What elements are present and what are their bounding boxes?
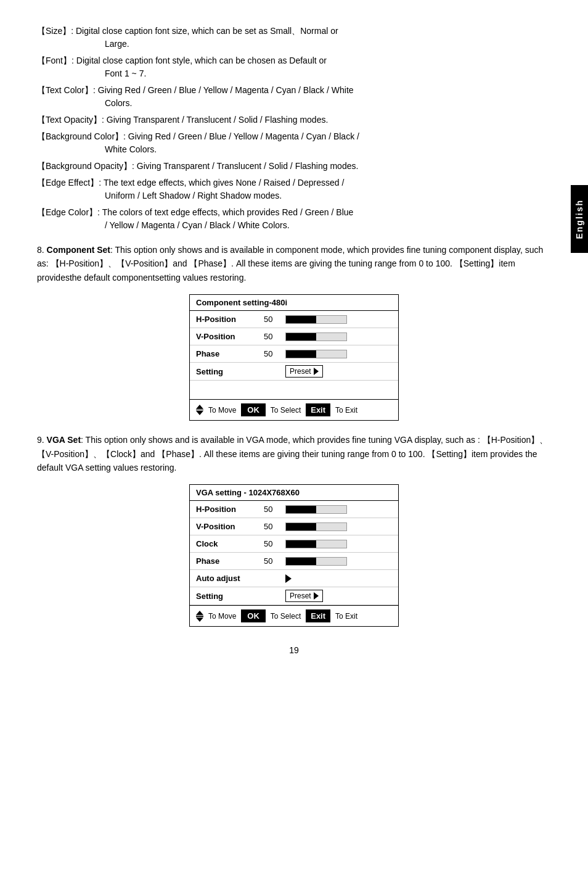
list-item: 【Background Color】: Giving Red / Green /… [37,130,551,156]
nav-label: To Move [208,406,236,415]
progress-bar-bg [285,540,347,548]
exit-desc: To Exit [335,406,357,415]
table-row: Phase 50 [190,553,398,570]
vga-preset-label: Preset [290,592,311,600]
row-bar [285,522,392,531]
progress-bar-fill [286,333,316,341]
section9-text: 9. VGA Set: This option only shows and i… [37,433,551,474]
section8-text: 8. Component Set: This option only shows… [37,243,551,284]
progress-bar-bg [285,350,347,358]
row-bar: Preset [285,590,392,602]
row-value: 50 [264,556,285,566]
sidebar-label: English [574,199,584,239]
section8-number: 8. [37,245,47,255]
table-row: V-Position 50 [190,518,398,535]
progress-bar-bg [285,522,347,531]
row-bar [285,350,392,358]
list-item: 【Background Opacity】: Giving Transparent… [37,160,551,173]
row-label: H-Position [196,315,264,324]
nav-label: To Move [208,612,236,621]
row-label: V-Position [196,522,264,531]
list-item: 【Text Color】: Giving Red / Green / Blue … [37,84,551,110]
row-value: 50 [264,505,285,514]
vga-table-title: VGA setting - 1024X768X60 [190,485,398,501]
row-bar [285,505,392,514]
row-bar [285,315,392,324]
section8-title: Component Set [47,245,110,255]
progress-bar-bg [285,315,347,324]
progress-bar-fill [286,316,316,323]
vga-ok-button[interactable]: OK [241,609,266,622]
component-table-container: Component setting-480i H-Position 50 V-P… [37,294,551,421]
nav-line [196,410,203,411]
table-row: Auto adjust [190,570,398,587]
nav-icon [196,405,203,416]
row-value: 50 [264,332,285,341]
progress-bar-fill [286,506,316,513]
sidebar-tab: English [571,185,588,253]
vga-preset-button[interactable]: Preset [285,590,323,602]
list-item: 【Size】: Digital close caption font size,… [37,25,551,51]
section9-description: : This option only shows and is availabl… [37,435,548,473]
row-value: 50 [264,522,285,531]
list-item: 【Edge Color】: The colors of text edge ef… [37,206,551,232]
list-item: 【Font】: Digital close caption font style… [37,54,551,80]
table-row: Clock 50 [190,535,398,553]
table-row: Phase 50 [190,345,398,363]
component-table-title: Component setting-480i [190,295,398,311]
section9-number: 9. [37,435,47,445]
vga-table-container: VGA setting - 1024X768X60 H-Position 50 … [37,484,551,627]
select-label: To Select [271,406,301,415]
bullet-list: 【Size】: Digital close caption font size,… [37,25,551,232]
row-label: Auto adjust [196,574,264,583]
spacer-row [190,381,398,399]
progress-bar-bg [285,557,347,566]
exit-button[interactable]: Exit [306,403,330,416]
row-bar [285,332,392,341]
progress-bar-fill [286,523,316,530]
row-value: 50 [264,315,285,324]
vga-exit-button[interactable]: Exit [306,609,330,622]
select-label: To Select [271,612,301,621]
table-row: Setting Preset [190,363,398,381]
row-label: Phase [196,349,264,358]
preset-label: Preset [290,367,311,376]
section8-description: : This option only shows and is availabl… [37,245,543,283]
progress-bar-fill [286,350,316,358]
row-label: Setting [196,592,264,601]
nav-line [196,616,203,617]
auto-adjust-arrow-icon [285,574,292,583]
row-bar: Preset [285,365,392,378]
table-row: V-Position 50 [190,328,398,345]
progress-bar-bg [285,332,347,341]
vga-table: VGA setting - 1024X768X60 H-Position 50 … [189,484,399,627]
section9-title: VGA Set [47,435,81,445]
progress-bar-fill [286,540,316,548]
ok-button[interactable]: OK [241,403,266,416]
preset-arrow-icon [314,368,319,375]
component-table-toolbar: To Move OK To Select Exit To Exit [190,399,398,420]
exit-desc: To Exit [335,612,357,621]
list-item: 【Edge Effect】: The text edge effects, wh… [37,176,551,202]
table-row: H-Position 50 [190,311,398,328]
table-row: Setting Preset [190,587,398,605]
row-label: Phase [196,556,264,566]
component-table: Component setting-480i H-Position 50 V-P… [189,294,399,421]
row-label: Setting [196,367,264,376]
row-value: 50 [264,349,285,358]
progress-bar-fill [286,558,316,565]
row-bar [285,557,392,566]
nav-up-icon [196,611,203,615]
nav-down-icon [196,411,203,415]
vga-preset-arrow-icon [314,592,319,600]
page-number: 19 [37,645,551,655]
row-value: 50 [264,539,285,548]
nav-icon [196,611,203,622]
progress-bar-bg [285,505,347,514]
preset-button[interactable]: Preset [285,365,323,378]
table-row: H-Position 50 [190,501,398,518]
nav-up-icon [196,405,203,409]
row-label: V-Position [196,332,264,341]
page-container: English 【Size】: Digital close caption fo… [0,0,588,680]
row-bar [285,574,392,583]
